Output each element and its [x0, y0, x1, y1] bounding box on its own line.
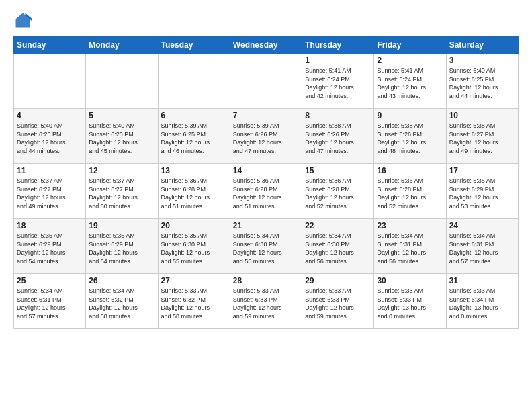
day-number: 15: [305, 166, 371, 175]
day-info: Sunrise: 5:36 AM Sunset: 6:28 PM Dayligh…: [305, 177, 371, 210]
calendar-cell: 27Sunrise: 5:33 AM Sunset: 6:32 PM Dayli…: [158, 274, 230, 329]
day-info: Sunrise: 5:35 AM Sunset: 6:29 PM Dayligh…: [89, 232, 154, 265]
header: [13, 11, 519, 30]
calendar-week: 18Sunrise: 5:35 AM Sunset: 6:29 PM Dayli…: [14, 219, 519, 274]
day-number: 14: [233, 166, 299, 175]
calendar-cell: 7Sunrise: 5:39 AM Sunset: 6:26 PM Daylig…: [230, 109, 302, 164]
calendar-body: 1Sunrise: 5:41 AM Sunset: 6:24 PM Daylig…: [14, 54, 519, 329]
calendar-cell: [158, 54, 230, 109]
calendar-header: SundayMondayTuesdayWednesdayThursdayFrid…: [14, 37, 519, 54]
calendar-cell: 17Sunrise: 5:35 AM Sunset: 6:29 PM Dayli…: [446, 164, 518, 219]
calendar-cell: 13Sunrise: 5:36 AM Sunset: 6:28 PM Dayli…: [158, 164, 230, 219]
calendar-cell: 22Sunrise: 5:34 AM Sunset: 6:30 PM Dayli…: [302, 219, 374, 274]
calendar-week: 4Sunrise: 5:40 AM Sunset: 6:25 PM Daylig…: [14, 109, 519, 164]
day-info: Sunrise: 5:35 AM Sunset: 6:29 PM Dayligh…: [17, 232, 83, 265]
day-number: 4: [17, 111, 83, 120]
day-number: 20: [161, 221, 227, 230]
day-number: 24: [449, 221, 515, 230]
day-info: Sunrise: 5:34 AM Sunset: 6:31 PM Dayligh…: [17, 287, 83, 320]
logo-icon: [13, 11, 32, 30]
day-number: 19: [89, 221, 154, 230]
calendar-cell: 9Sunrise: 5:38 AM Sunset: 6:26 PM Daylig…: [374, 109, 446, 164]
day-number: 13: [161, 166, 227, 175]
day-info: Sunrise: 5:41 AM Sunset: 6:24 PM Dayligh…: [305, 66, 371, 100]
day-info: Sunrise: 5:40 AM Sunset: 6:25 PM Dayligh…: [17, 122, 83, 155]
header-row: SundayMondayTuesdayWednesdayThursdayFrid…: [14, 37, 519, 54]
day-number: 25: [17, 276, 83, 285]
calendar-cell: 20Sunrise: 5:35 AM Sunset: 6:30 PM Dayli…: [158, 219, 230, 274]
calendar-cell: 14Sunrise: 5:36 AM Sunset: 6:28 PM Dayli…: [230, 164, 302, 219]
day-number: 17: [449, 166, 515, 175]
day-number: 28: [233, 276, 299, 285]
day-number: 21: [233, 221, 299, 230]
day-info: Sunrise: 5:37 AM Sunset: 6:27 PM Dayligh…: [89, 177, 154, 210]
calendar-cell: 29Sunrise: 5:33 AM Sunset: 6:33 PM Dayli…: [302, 274, 374, 329]
logo: [13, 11, 35, 30]
calendar-cell: 25Sunrise: 5:34 AM Sunset: 6:31 PM Dayli…: [14, 274, 86, 329]
day-info: Sunrise: 5:34 AM Sunset: 6:31 PM Dayligh…: [377, 232, 443, 265]
day-info: Sunrise: 5:34 AM Sunset: 6:30 PM Dayligh…: [305, 232, 371, 265]
day-number: 3: [449, 56, 515, 65]
calendar-table: SundayMondayTuesdayWednesdayThursdayFrid…: [13, 36, 519, 329]
calendar-cell: 2Sunrise: 5:41 AM Sunset: 6:24 PM Daylig…: [374, 54, 446, 109]
calendar-week: 11Sunrise: 5:37 AM Sunset: 6:27 PM Dayli…: [14, 164, 519, 219]
calendar-cell: 24Sunrise: 5:34 AM Sunset: 6:31 PM Dayli…: [446, 219, 518, 274]
day-info: Sunrise: 5:36 AM Sunset: 6:28 PM Dayligh…: [377, 177, 443, 210]
header-day: Tuesday: [158, 37, 230, 54]
day-info: Sunrise: 5:41 AM Sunset: 6:24 PM Dayligh…: [377, 66, 443, 100]
calendar-cell: 19Sunrise: 5:35 AM Sunset: 6:29 PM Dayli…: [86, 219, 158, 274]
calendar-cell: 5Sunrise: 5:40 AM Sunset: 6:25 PM Daylig…: [86, 109, 158, 164]
header-day: Wednesday: [230, 37, 302, 54]
day-info: Sunrise: 5:38 AM Sunset: 6:27 PM Dayligh…: [449, 122, 515, 155]
calendar-cell: 30Sunrise: 5:33 AM Sunset: 6:33 PM Dayli…: [374, 274, 446, 329]
day-info: Sunrise: 5:38 AM Sunset: 6:26 PM Dayligh…: [305, 122, 371, 155]
day-number: 30: [377, 276, 443, 285]
day-number: 10: [449, 111, 515, 120]
calendar-cell: 6Sunrise: 5:39 AM Sunset: 6:25 PM Daylig…: [158, 109, 230, 164]
header-day: Sunday: [14, 37, 86, 54]
day-number: 11: [17, 166, 83, 175]
day-info: Sunrise: 5:33 AM Sunset: 6:33 PM Dayligh…: [233, 287, 299, 320]
day-number: 6: [161, 111, 227, 120]
day-info: Sunrise: 5:33 AM Sunset: 6:33 PM Dayligh…: [305, 287, 371, 320]
header-day: Saturday: [446, 37, 518, 54]
calendar-cell: 12Sunrise: 5:37 AM Sunset: 6:27 PM Dayli…: [86, 164, 158, 219]
day-number: 31: [449, 276, 515, 285]
day-info: Sunrise: 5:33 AM Sunset: 6:33 PM Dayligh…: [377, 287, 443, 320]
calendar-cell: 10Sunrise: 5:38 AM Sunset: 6:27 PM Dayli…: [446, 109, 518, 164]
day-number: 22: [305, 221, 371, 230]
calendar-cell: 15Sunrise: 5:36 AM Sunset: 6:28 PM Dayli…: [302, 164, 374, 219]
day-number: 27: [161, 276, 227, 285]
calendar-cell: 18Sunrise: 5:35 AM Sunset: 6:29 PM Dayli…: [14, 219, 86, 274]
page: SundayMondayTuesdayWednesdayThursdayFrid…: [0, 0, 532, 336]
day-info: Sunrise: 5:40 AM Sunset: 6:25 PM Dayligh…: [449, 66, 515, 100]
calendar-cell: 28Sunrise: 5:33 AM Sunset: 6:33 PM Dayli…: [230, 274, 302, 329]
day-number: 7: [233, 111, 299, 120]
day-info: Sunrise: 5:34 AM Sunset: 6:32 PM Dayligh…: [89, 287, 154, 320]
calendar-cell: 31Sunrise: 5:33 AM Sunset: 6:34 PM Dayli…: [446, 274, 518, 329]
calendar-cell: 8Sunrise: 5:38 AM Sunset: 6:26 PM Daylig…: [302, 109, 374, 164]
day-info: Sunrise: 5:35 AM Sunset: 6:29 PM Dayligh…: [449, 177, 515, 210]
calendar-cell: 4Sunrise: 5:40 AM Sunset: 6:25 PM Daylig…: [14, 109, 86, 164]
svg-marker-0: [16, 13, 30, 28]
calendar-cell: [230, 54, 302, 109]
calendar-week: 1Sunrise: 5:41 AM Sunset: 6:24 PM Daylig…: [14, 54, 519, 109]
day-number: 23: [377, 221, 443, 230]
day-info: Sunrise: 5:40 AM Sunset: 6:25 PM Dayligh…: [89, 122, 154, 155]
day-info: Sunrise: 5:36 AM Sunset: 6:28 PM Dayligh…: [233, 177, 299, 210]
day-info: Sunrise: 5:36 AM Sunset: 6:28 PM Dayligh…: [161, 177, 227, 210]
day-info: Sunrise: 5:34 AM Sunset: 6:30 PM Dayligh…: [233, 232, 299, 265]
calendar-cell: [86, 54, 158, 109]
calendar-cell: 26Sunrise: 5:34 AM Sunset: 6:32 PM Dayli…: [86, 274, 158, 329]
day-number: 26: [89, 276, 154, 285]
day-number: 5: [89, 111, 154, 120]
header-day: Monday: [86, 37, 158, 54]
calendar-cell: 21Sunrise: 5:34 AM Sunset: 6:30 PM Dayli…: [230, 219, 302, 274]
day-info: Sunrise: 5:39 AM Sunset: 6:25 PM Dayligh…: [161, 122, 227, 155]
calendar-week: 25Sunrise: 5:34 AM Sunset: 6:31 PM Dayli…: [14, 274, 519, 329]
day-number: 1: [305, 56, 371, 65]
day-number: 2: [377, 56, 443, 65]
day-number: 8: [305, 111, 371, 120]
day-info: Sunrise: 5:35 AM Sunset: 6:30 PM Dayligh…: [161, 232, 227, 265]
calendar-cell: 16Sunrise: 5:36 AM Sunset: 6:28 PM Dayli…: [374, 164, 446, 219]
